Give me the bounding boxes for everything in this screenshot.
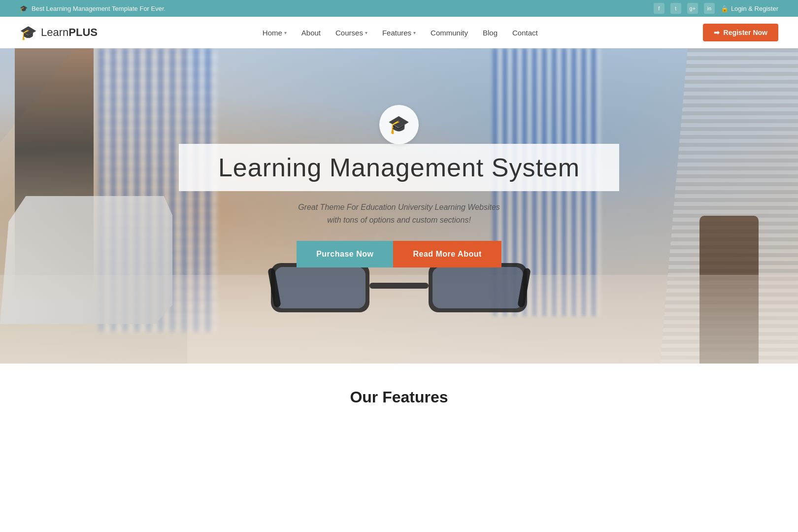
hero-section: 🎓 Learning Management System Great Theme… xyxy=(0,48,798,364)
features-section: Our Features xyxy=(0,364,798,431)
register-button[interactable]: ➡ Register Now xyxy=(703,24,778,41)
graduation-circle: 🎓 xyxy=(379,105,419,144)
main-nav: Home ▾ About Courses ▾ Features ▾ Commun… xyxy=(263,27,538,39)
features-title: Our Features xyxy=(20,388,778,406)
svg-rect-1 xyxy=(275,267,366,308)
read-more-button[interactable]: Read More About xyxy=(393,241,501,267)
svg-rect-2 xyxy=(369,283,429,289)
top-bar-tagline: Best Learning Management Template For Ev… xyxy=(32,5,166,12)
login-register-link[interactable]: 🔒 Login & Register xyxy=(721,5,778,12)
hero-graduation-icon: 🎓 xyxy=(388,114,410,135)
hero-subtitle: Great Theme For Education University Lea… xyxy=(298,201,500,226)
logo-text: LearnPLUS xyxy=(41,26,98,39)
twitter-icon[interactable]: t xyxy=(670,3,681,14)
hero-title-box: Learning Management System xyxy=(179,144,619,191)
top-bar-left: 🎓 Best Learning Management Template For … xyxy=(20,5,166,12)
chevron-down-icon-3: ▾ xyxy=(413,30,416,35)
chevron-down-icon: ▾ xyxy=(284,30,287,35)
header: 🎓 LearnPLUS Home ▾ About Courses ▾ Featu… xyxy=(0,17,798,48)
googleplus-icon[interactable]: g+ xyxy=(687,3,698,14)
hero-buttons: Purchase Now Read More About xyxy=(297,241,501,267)
linkedin-icon[interactable]: in xyxy=(704,3,715,14)
nav-blog[interactable]: Blog xyxy=(483,27,498,39)
top-bar-right: f t g+ in 🔒 Login & Register xyxy=(654,3,778,14)
register-icon: ➡ xyxy=(714,29,720,36)
purchase-now-button[interactable]: Purchase Now xyxy=(297,241,393,267)
logo-icon: 🎓 xyxy=(20,25,37,41)
chevron-down-icon-2: ▾ xyxy=(365,30,367,35)
nav-contact[interactable]: Contact xyxy=(512,27,538,39)
nav-about[interactable]: About xyxy=(301,27,321,39)
hero-title: Learning Management System xyxy=(218,153,580,182)
nav-courses[interactable]: Courses ▾ xyxy=(335,27,367,39)
logo[interactable]: 🎓 LearnPLUS xyxy=(20,25,98,41)
nav-community[interactable]: Community xyxy=(431,27,468,39)
laptop-silhouette xyxy=(0,196,172,324)
graduation-icon-small: 🎓 xyxy=(20,5,28,12)
top-bar: 🎓 Best Learning Management Template For … xyxy=(0,0,798,17)
facebook-icon[interactable]: f xyxy=(654,3,665,14)
nav-home[interactable]: Home ▾ xyxy=(263,27,287,39)
lock-icon: 🔒 xyxy=(721,5,729,12)
svg-rect-4 xyxy=(432,267,523,308)
nav-features[interactable]: Features ▾ xyxy=(382,27,416,39)
hero-content: 🎓 Learning Management System Great Theme… xyxy=(179,105,619,267)
